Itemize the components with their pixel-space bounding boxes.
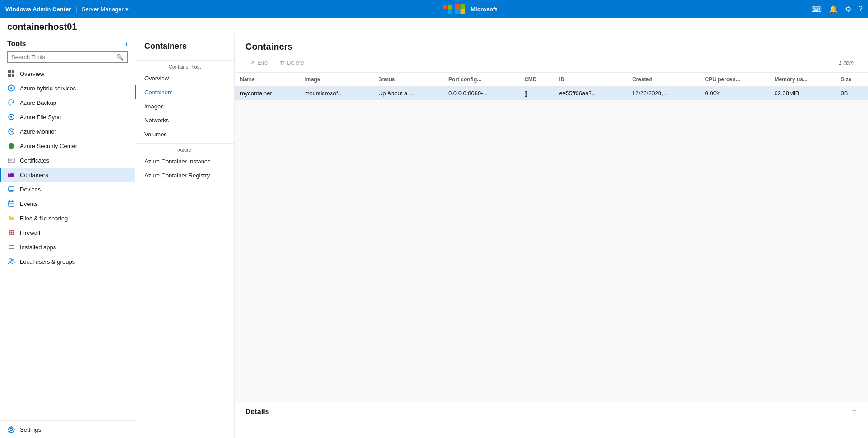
sidebar-search-box[interactable]: 🔍 bbox=[7, 51, 128, 63]
sidebar-item-local-users[interactable]: Local users & groups bbox=[0, 254, 135, 269]
server-manager-btn[interactable]: Server Manager ▾ bbox=[82, 6, 129, 13]
topbar-center: Microsoft bbox=[129, 4, 811, 14]
toolbar: ✕ End 🗑 Delete 1 item bbox=[245, 56, 857, 69]
settings-icon[interactable]: ⚙ bbox=[845, 5, 851, 14]
table-cell: 62.38MiB bbox=[769, 87, 836, 100]
subnav-item-networks[interactable]: Networks bbox=[135, 113, 234, 127]
sidebar-item-azure-security[interactable]: Azure Security Center bbox=[0, 139, 135, 153]
sidebar-item-files[interactable]: Files & file sharing bbox=[0, 211, 135, 225]
azure-hybrid-icon bbox=[7, 84, 15, 92]
content-area: Containers Container host Overview Conta… bbox=[135, 34, 868, 438]
settings-gear-icon bbox=[7, 425, 15, 433]
table-cell: 0.00% bbox=[700, 87, 769, 100]
end-icon: ✕ bbox=[250, 59, 255, 66]
subnav-section-azure: Azure bbox=[135, 143, 234, 154]
svg-rect-27 bbox=[9, 230, 14, 235]
azure-filesync-icon bbox=[7, 113, 15, 121]
sidebar: Tools ‹ 🔍 Overview Azure hybrid services bbox=[0, 34, 135, 438]
table-cell: 0B bbox=[835, 87, 868, 100]
settings-nav-item[interactable]: Settings bbox=[7, 425, 128, 433]
col-cpu-percent[interactable]: CPU percen... bbox=[700, 73, 769, 87]
azure-backup-icon bbox=[7, 98, 15, 107]
svg-point-36 bbox=[12, 259, 14, 261]
svg-rect-4 bbox=[8, 70, 11, 73]
sidebar-item-containers[interactable]: Containers bbox=[0, 168, 135, 182]
table-header: Name Image Status Port config... CMD ID … bbox=[235, 73, 868, 87]
table-cell: Up About a ... bbox=[373, 87, 443, 100]
col-id[interactable]: ID bbox=[554, 73, 627, 87]
subnav-item-azure-container-registry[interactable]: Azure Container Registry bbox=[135, 168, 234, 182]
search-icon[interactable]: 🔍 bbox=[113, 52, 127, 62]
delete-icon: 🗑 bbox=[279, 59, 285, 66]
sidebar-collapse-button[interactable]: ‹ bbox=[125, 40, 128, 48]
microsoft-logo-icon bbox=[455, 4, 465, 14]
details-title: Details bbox=[245, 408, 269, 416]
table-cell: 12/23/2020, ... bbox=[627, 87, 700, 100]
ms-sq-green bbox=[448, 5, 452, 9]
svg-rect-0 bbox=[455, 4, 460, 9]
subnav-item-volumes[interactable]: Volumes bbox=[135, 127, 234, 141]
subnav-item-containers[interactable]: Containers bbox=[135, 85, 234, 99]
settings-label: Settings bbox=[20, 426, 41, 433]
local-users-icon bbox=[7, 257, 15, 266]
col-size[interactable]: Size bbox=[835, 73, 868, 87]
sidebar-item-label-azure-backup: Azure Backup bbox=[20, 99, 56, 106]
containers-table: Name Image Status Port config... CMD ID … bbox=[235, 73, 868, 100]
subnav-item-azure-container-instance[interactable]: Azure Container Instance bbox=[135, 154, 234, 168]
sidebar-item-events[interactable]: Events bbox=[0, 196, 135, 211]
sidebar-item-azure-backup[interactable]: Azure Backup bbox=[0, 95, 135, 110]
sidebar-item-firewall[interactable]: Firewall bbox=[0, 225, 135, 240]
main-layout: Tools ‹ 🔍 Overview Azure hybrid services bbox=[0, 34, 868, 438]
installed-apps-icon bbox=[7, 243, 15, 251]
subnav-item-images[interactable]: Images bbox=[135, 99, 234, 113]
subnav-item-overview[interactable]: Overview bbox=[135, 71, 234, 85]
table-row[interactable]: mycontainermcr.microsof...Up About a ...… bbox=[235, 87, 868, 100]
containers-icon bbox=[7, 171, 15, 179]
notification-icon[interactable]: 🔔 bbox=[829, 5, 838, 14]
col-port-config[interactable]: Port config... bbox=[443, 73, 519, 87]
table-cell: [] bbox=[519, 87, 554, 100]
col-memory-usage[interactable]: Memory us... bbox=[769, 73, 836, 87]
overview-icon bbox=[7, 70, 15, 78]
help-icon[interactable]: ? bbox=[859, 5, 863, 13]
svg-point-35 bbox=[9, 259, 12, 261]
sidebar-item-azure-hybrid[interactable]: Azure hybrid services bbox=[0, 81, 135, 95]
files-icon bbox=[7, 214, 15, 222]
sidebar-footer: Settings bbox=[0, 420, 135, 438]
terminal-icon[interactable]: ⌨ bbox=[811, 5, 822, 14]
sidebar-item-label-azure-hybrid: Azure hybrid services bbox=[20, 85, 76, 92]
sidebar-item-label-certificates: Certificates bbox=[20, 157, 49, 164]
col-cmd[interactable]: CMD bbox=[519, 73, 554, 87]
svg-rect-13 bbox=[8, 158, 14, 163]
details-panel: Details ⌃ bbox=[235, 402, 868, 438]
table-cell: mcr.microsof... bbox=[299, 87, 373, 100]
search-input[interactable] bbox=[8, 52, 113, 62]
azure-security-icon bbox=[7, 142, 15, 150]
sidebar-item-label-devices: Devices bbox=[20, 186, 41, 193]
sidebar-item-azure-filesync[interactable]: Azure File Sync bbox=[0, 110, 135, 124]
subnav-title: Containers bbox=[135, 42, 234, 58]
item-count: 1 item bbox=[839, 60, 857, 66]
svg-point-9 bbox=[10, 87, 12, 89]
table-header-row: Name Image Status Port config... CMD ID … bbox=[235, 73, 868, 87]
svg-point-11 bbox=[10, 116, 12, 118]
firewall-icon bbox=[7, 228, 15, 237]
sidebar-item-overview[interactable]: Overview bbox=[0, 66, 135, 81]
ms-brand-label: Microsoft bbox=[471, 6, 497, 13]
sidebar-item-azure-monitor[interactable]: Azure Monitor bbox=[0, 124, 135, 139]
col-status[interactable]: Status bbox=[373, 73, 443, 87]
azure-monitor-icon bbox=[7, 127, 15, 135]
col-name[interactable]: Name bbox=[235, 73, 299, 87]
sidebar-item-label-events: Events bbox=[20, 200, 38, 207]
sidebar-item-devices[interactable]: Devices bbox=[0, 182, 135, 196]
svg-rect-1 bbox=[461, 4, 465, 9]
sidebar-item-certificates[interactable]: Certificates bbox=[0, 153, 135, 168]
col-image[interactable]: Image bbox=[299, 73, 373, 87]
svg-rect-5 bbox=[12, 70, 14, 73]
page-title: Containers bbox=[245, 42, 857, 52]
delete-button[interactable]: 🗑 Delete bbox=[274, 56, 309, 69]
details-header[interactable]: Details ⌃ bbox=[235, 402, 868, 421]
col-created[interactable]: Created bbox=[627, 73, 700, 87]
sidebar-item-installed-apps[interactable]: Installed apps bbox=[0, 240, 135, 254]
end-button[interactable]: ✕ End bbox=[245, 56, 272, 69]
